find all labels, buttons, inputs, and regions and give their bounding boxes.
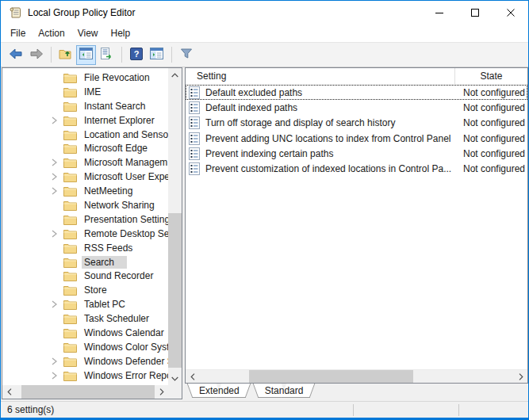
- tab-extended[interactable]: Extended: [186, 384, 252, 398]
- menu-item[interactable]: View: [71, 26, 105, 40]
- tree-item[interactable]: Windows Color Syst: [2, 340, 168, 354]
- chevron-right-icon[interactable]: [48, 100, 60, 113]
- folder-icon: [63, 200, 77, 211]
- scroll-up-arrow[interactable]: [168, 68, 182, 82]
- scroll-left-arrow[interactable]: [2, 385, 16, 399]
- tree-item-label: Microsoft User Exper: [82, 170, 168, 183]
- chevron-right-icon[interactable]: [48, 269, 60, 282]
- tree-item[interactable]: Microsoft User Exper: [2, 170, 168, 184]
- up-one-level-button[interactable]: [56, 45, 75, 65]
- chevron-right-icon[interactable]: [48, 326, 60, 339]
- tree-item[interactable]: Presentation Setting: [2, 212, 168, 227]
- chevron-right-icon[interactable]: [48, 284, 60, 296]
- chevron-right-icon[interactable]: [48, 242, 60, 254]
- setting-row[interactable]: Prevent indexing certain paths Not confi…: [186, 146, 527, 161]
- tree-vertical-scrollbar[interactable]: [168, 68, 182, 385]
- setting-state: Not configured: [458, 163, 525, 174]
- tree-item[interactable]: Remote Desktop Ser: [2, 227, 168, 241]
- chevron-right-icon[interactable]: [48, 298, 60, 311]
- tree-item-label: Task Scheduler: [82, 312, 151, 325]
- help-button[interactable]: ?: [126, 45, 146, 65]
- scrollbar-corner: [168, 385, 182, 399]
- chevron-right-icon[interactable]: [48, 128, 60, 141]
- setting-row[interactable]: Default indexed paths Not configured: [186, 100, 527, 115]
- column-header-setting[interactable]: Setting: [186, 68, 455, 84]
- tree-item[interactable]: Windows Defender S: [2, 354, 168, 368]
- back-button[interactable]: [6, 45, 25, 65]
- tree-item[interactable]: Network Sharing: [2, 198, 168, 212]
- folder-icon: [63, 284, 77, 296]
- chevron-right-icon[interactable]: [48, 227, 60, 240]
- menu-item[interactable]: Help: [105, 26, 137, 40]
- show-console-tree-button[interactable]: [76, 45, 96, 65]
- setting-row[interactable]: Prevent adding UNC locations to index fr…: [186, 131, 527, 146]
- console-tree: File Revocation IME: [2, 68, 168, 385]
- tree-item-label: Store: [82, 284, 109, 296]
- tree-item[interactable]: Search: [2, 255, 168, 269]
- tree-item[interactable]: Tablet PC: [2, 297, 168, 311]
- tree-item[interactable]: Sound Recorder: [2, 269, 168, 283]
- chevron-right-icon[interactable]: [48, 142, 60, 155]
- tree-item[interactable]: Microsoft Managem: [2, 155, 168, 170]
- forward-button[interactable]: [26, 45, 46, 65]
- maximize-button[interactable]: [457, 1, 493, 25]
- column-header-state[interactable]: State: [455, 71, 527, 82]
- chevron-right-icon[interactable]: [48, 71, 60, 84]
- scrollbar-thumb[interactable]: [168, 213, 182, 368]
- export-list-button[interactable]: [97, 45, 117, 65]
- scroll-right-arrow[interactable]: [514, 370, 527, 384]
- chevron-right-icon[interactable]: [48, 312, 60, 325]
- chevron-right-icon[interactable]: [48, 114, 60, 127]
- tree-horizontal-scrollbar[interactable]: [2, 385, 168, 399]
- setting-name: Prevent adding UNC locations to index fr…: [205, 133, 458, 144]
- tree-item[interactable]: Microsoft Edge: [2, 141, 168, 155]
- chevron-right-icon[interactable]: [48, 86, 60, 98]
- setting-row[interactable]: Turn off storage and display of search h…: [186, 116, 527, 131]
- tree-item[interactable]: Windows Error Repo: [2, 368, 168, 383]
- close-button[interactable]: [493, 1, 528, 25]
- chevron-right-icon[interactable]: [48, 213, 60, 226]
- tree-item[interactable]: File Revocation: [2, 71, 168, 85]
- tree-item-label: Remote Desktop Ser: [82, 227, 168, 240]
- setting-state: Not configured: [458, 133, 525, 144]
- tree-item[interactable]: Instant Search: [2, 99, 168, 113]
- export-list-icon: [100, 48, 113, 63]
- scrollbar-thumb[interactable]: [249, 370, 413, 384]
- tree-item[interactable]: Internet Explorer: [2, 113, 168, 128]
- chevron-right-icon[interactable]: [48, 256, 60, 269]
- tree-item[interactable]: RSS Feeds: [2, 241, 168, 255]
- tab-standard[interactable]: Standard: [252, 384, 316, 398]
- folder-icon: [63, 370, 77, 381]
- show-action-pane-button[interactable]: [147, 45, 167, 65]
- setting-row[interactable]: Default excluded paths Not configured: [186, 85, 527, 100]
- tree-item[interactable]: NetMeeting: [2, 184, 168, 198]
- tree-item-label: NetMeeting: [82, 185, 135, 197]
- chevron-right-icon[interactable]: [48, 185, 60, 197]
- tree-item[interactable]: Task Scheduler: [2, 311, 168, 326]
- settings-list: Default excluded paths Not configured: [186, 85, 527, 177]
- menu-item[interactable]: Action: [32, 26, 71, 40]
- tree-item[interactable]: Store: [2, 283, 168, 297]
- tree-item[interactable]: Location and Sensor: [2, 128, 168, 142]
- chevron-right-icon[interactable]: [48, 199, 60, 212]
- scroll-down-arrow[interactable]: [168, 372, 182, 385]
- chevron-right-icon[interactable]: [48, 156, 60, 169]
- policy-setting-icon: [189, 147, 200, 160]
- chevron-right-icon[interactable]: [48, 369, 60, 382]
- policy-setting-icon: [189, 116, 200, 129]
- scroll-right-arrow[interactable]: [155, 385, 168, 399]
- tree-item[interactable]: Windows Calendar: [2, 326, 168, 340]
- scrollbar-thumb[interactable]: [21, 385, 155, 399]
- chevron-right-icon[interactable]: [48, 355, 60, 368]
- minimize-button[interactable]: [421, 1, 457, 25]
- menu-item[interactable]: File: [4, 26, 32, 40]
- tree-item[interactable]: IME: [2, 85, 168, 99]
- chevron-right-icon[interactable]: [48, 170, 60, 183]
- scroll-left-arrow[interactable]: [186, 370, 199, 384]
- list-horizontal-scrollbar[interactable]: [186, 369, 527, 383]
- setting-row[interactable]: Prevent customization of indexed locatio…: [186, 161, 527, 176]
- folder-icon: [63, 228, 77, 239]
- filter-button[interactable]: [176, 45, 196, 65]
- chevron-right-icon[interactable]: [48, 341, 60, 353]
- console-tree-pane: File Revocation IME: [2, 67, 182, 399]
